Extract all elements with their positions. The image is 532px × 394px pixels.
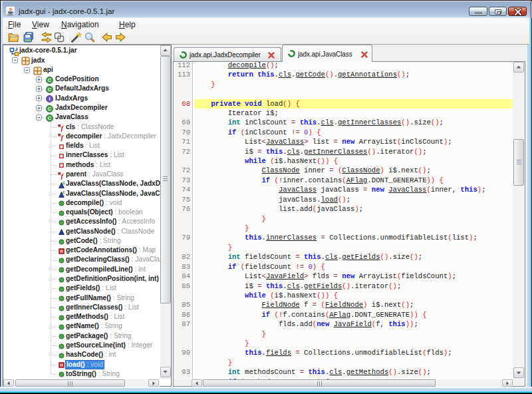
- svg-text:C: C: [48, 87, 52, 93]
- svg-text:f: f: [61, 124, 65, 132]
- svg-text:C: C: [48, 115, 52, 121]
- svg-text:f: f: [61, 133, 65, 141]
- svg-text:C: C: [48, 77, 52, 83]
- svg-text:C: C: [48, 106, 52, 112]
- svg-text:I: I: [49, 97, 50, 102]
- svg-text:f: f: [61, 171, 65, 179]
